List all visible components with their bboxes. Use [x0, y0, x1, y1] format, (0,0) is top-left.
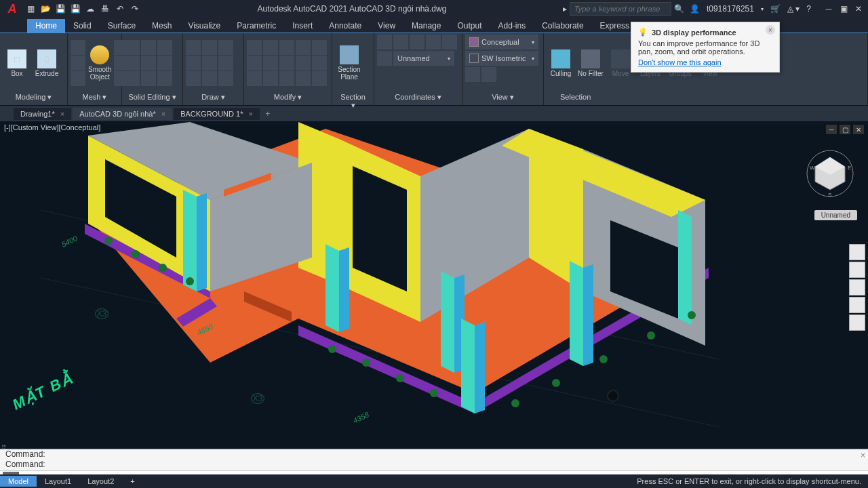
imprint-icon[interactable] [141, 71, 156, 86]
showmotion-icon[interactable] [849, 314, 865, 331]
stretch-icon[interactable] [247, 71, 262, 86]
subtract-icon[interactable] [125, 56, 140, 70]
qat-redo-icon[interactable]: ↷ [129, 3, 141, 15]
view-orientation-dropdown[interactable]: SW Isometric▾ [465, 51, 538, 66]
coordinates-group-title[interactable]: Coordinates ▾ [377, 92, 459, 105]
tab-solid[interactable]: Solid [65, 19, 100, 33]
fillet2-icon[interactable] [279, 56, 294, 70]
orbit-icon[interactable] [849, 297, 865, 313]
app-logo[interactable]: A [3, 2, 22, 16]
revolve-icon[interactable] [71, 71, 85, 86]
smooth-object-button[interactable]: Smooth Object [87, 43, 113, 83]
ucs-icon[interactable] [377, 35, 392, 49]
erase-icon[interactable] [296, 40, 311, 55]
modeling-group-title[interactable]: Modeling ▾ [3, 92, 64, 105]
viewcube[interactable]: E W S [806, 149, 854, 198]
cmd-grip-icon[interactable]: ⠿ [1, 444, 6, 451]
world-icon[interactable] [393, 35, 408, 49]
slice-icon[interactable] [141, 40, 156, 55]
close-icon[interactable]: × [60, 110, 64, 118]
close-button[interactable]: ✕ [852, 3, 865, 15]
box-button[interactable]: ◻Box [3, 47, 31, 80]
zaxis-icon[interactable] [426, 35, 441, 49]
viewcube-ucs-label[interactable]: Unnamed [814, 210, 857, 220]
arc-icon[interactable] [202, 40, 217, 55]
line-icon[interactable] [186, 40, 201, 55]
view-group-title[interactable]: View ▾ [465, 92, 540, 105]
union-icon[interactable] [125, 40, 140, 55]
spline-icon[interactable] [218, 56, 233, 70]
vp-maximize-icon[interactable]: ▢ [840, 125, 850, 134]
restore-button[interactable]: ▣ [837, 3, 850, 15]
extract-icon[interactable] [157, 40, 172, 55]
extrude-button[interactable]: ▯Extrude [33, 47, 61, 80]
steering-wheel-icon[interactable] [849, 244, 865, 260]
tab-annotate[interactable]: Annotate [321, 19, 370, 33]
fillet-icon[interactable] [157, 71, 172, 86]
rect-icon[interactable] [202, 56, 217, 70]
navbar-icon[interactable] [481, 67, 496, 82]
tab-visualize[interactable]: Visualize [180, 19, 229, 33]
move-icon[interactable] [247, 40, 262, 55]
culling-button[interactable]: Culling [547, 47, 575, 80]
point-icon[interactable] [218, 71, 233, 86]
tab-collaborate[interactable]: Collaborate [534, 19, 591, 33]
popup-dismiss-link[interactable]: Don't show me this again [638, 58, 722, 66]
ellipse-icon[interactable] [202, 71, 217, 86]
qat-saveas-icon[interactable]: 💾 [69, 3, 81, 15]
tab-output[interactable]: Output [449, 19, 490, 33]
cmd-close-icon[interactable]: × [861, 451, 865, 460]
explode-icon[interactable] [296, 56, 311, 70]
command-line[interactable]: ⠿ × Command: Command: [0, 449, 868, 474]
qat-plot-icon[interactable]: 🖶 [99, 3, 111, 15]
viewcube-icon[interactable] [465, 67, 480, 82]
tab-parametric[interactable]: Parametric [229, 19, 284, 33]
visual-style-dropdown[interactable]: Conceptual▾ [465, 35, 538, 49]
3drotate-icon[interactable] [312, 71, 327, 86]
popup-close-button[interactable]: × [766, 25, 775, 35]
tab-addins[interactable]: Add-ins [490, 19, 534, 33]
qat-open-icon[interactable]: 📂 [39, 3, 52, 15]
search-input[interactable] [570, 2, 671, 16]
draw-group-title[interactable]: Draw ▾ [186, 92, 241, 105]
tab-manage[interactable]: Manage [403, 19, 449, 33]
username[interactable]: t0918176251 [707, 4, 754, 14]
offset-icon[interactable] [157, 56, 172, 70]
app-switcher-icon[interactable]: ◬ ▾ [787, 4, 800, 14]
hatch-icon[interactable] [218, 40, 233, 55]
copy-icon[interactable] [247, 56, 262, 70]
intersect-icon[interactable] [125, 71, 140, 86]
view-ucs-icon[interactable] [377, 51, 392, 66]
add-layout-button[interactable]: + [122, 476, 142, 487]
circle-icon[interactable] [186, 71, 201, 86]
rotate-icon[interactable] [263, 40, 278, 55]
selection-group-title[interactable]: Selection [547, 92, 865, 105]
solid-editing-group-title[interactable]: Solid Editing ▾ [125, 92, 180, 105]
close-icon[interactable]: × [161, 110, 165, 118]
tab-insert[interactable]: Insert [284, 19, 321, 33]
offset2-icon[interactable] [296, 71, 311, 86]
help-icon[interactable]: ? [806, 4, 811, 14]
vp-minimize-icon[interactable]: ─ [826, 125, 837, 134]
zoom-icon[interactable] [849, 279, 865, 296]
section-plane-button[interactable]: Section Plane [335, 43, 363, 83]
3point-icon[interactable] [442, 35, 457, 49]
search-icon[interactable]: 🔍 [674, 4, 684, 14]
qat-undo-icon[interactable]: ↶ [114, 3, 126, 15]
add-tab-button[interactable]: + [261, 109, 275, 119]
modify-group-title[interactable]: Modify ▾ [247, 92, 329, 105]
mesh-group-title[interactable]: Mesh ▾ [71, 92, 119, 105]
scale-icon[interactable] [263, 71, 278, 86]
3dalign-icon[interactable] [312, 56, 327, 70]
tab-surface[interactable]: Surface [100, 19, 144, 33]
cart-icon[interactable]: 🛒 [770, 4, 781, 14]
model-tab[interactable]: Model [0, 476, 37, 487]
viewport[interactable]: [-][Custom View][Conceptual] ─ ▢ ✕ [0, 122, 868, 449]
array-icon[interactable] [279, 71, 294, 86]
tab-home[interactable]: Home [27, 19, 65, 33]
vp-close-icon[interactable]: ✕ [853, 125, 864, 134]
polysolid-icon[interactable] [71, 40, 85, 55]
file-tab-1[interactable]: AutoCAD 3D ngôi nhà*× [73, 107, 172, 120]
layout2-tab[interactable]: Layout2 [79, 476, 122, 487]
thicken-icon[interactable] [141, 56, 156, 70]
